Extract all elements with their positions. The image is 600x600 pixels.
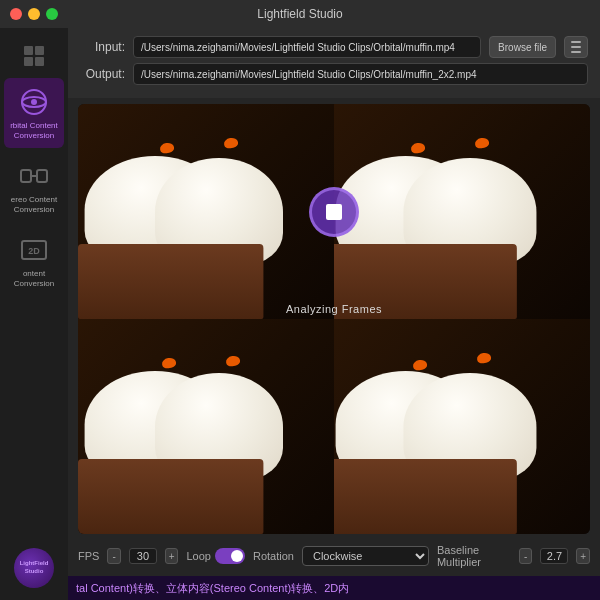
app-logo: LightFieldStudio	[14, 548, 54, 588]
stereo-icon	[18, 160, 50, 192]
rotation-label: Rotation	[253, 550, 294, 562]
orbital-label: rbital ContentConversion	[10, 121, 58, 140]
preview-area: Analyzing Frames	[78, 104, 590, 534]
input-path[interactable]	[133, 36, 481, 58]
close-button[interactable]	[10, 8, 22, 20]
svg-rect-9	[571, 46, 581, 48]
cupcake-scene-tr	[334, 104, 590, 319]
bottom-controls: FPS - 30 + Loop Rotation Clockwise Count…	[68, 538, 600, 576]
svg-text:2D: 2D	[28, 246, 40, 256]
output-row: Output:	[80, 63, 588, 85]
app-container: rbital ContentConversion ereo ContentCon…	[0, 28, 600, 600]
cupcake-scene-tl	[78, 104, 334, 319]
fps-label: FPS	[78, 550, 99, 562]
loop-toggle-wrap: Loop	[186, 548, 244, 564]
maximize-button[interactable]	[46, 8, 58, 20]
sidebar-item-grid[interactable]	[4, 38, 64, 74]
grid-icon	[24, 46, 44, 66]
title-bar: Lightfield Studio	[0, 0, 600, 28]
baseline-value: 2.7	[540, 548, 568, 564]
video-grid	[78, 104, 590, 534]
sidebar: rbital ContentConversion ereo ContentCon…	[0, 28, 68, 600]
loop-toggle[interactable]	[215, 548, 245, 564]
video-cell-tr	[334, 104, 590, 319]
io-area: Input: Browse file Output:	[68, 28, 600, 98]
cupcake-scene-bl	[78, 319, 334, 534]
svg-point-2	[31, 99, 37, 105]
cupcake-scene-br	[334, 319, 590, 534]
input-row: Input: Browse file	[80, 36, 588, 58]
svg-rect-4	[37, 170, 47, 182]
sidebar-item-orbital[interactable]: rbital ContentConversion	[4, 78, 64, 148]
orbital-icon	[18, 86, 50, 118]
analyzing-overlay: Analyzing Frames	[78, 303, 590, 319]
output-path[interactable]	[133, 63, 588, 85]
ticker-text: tal Content)转换、立体内容(Stereo Content)转换、2D…	[76, 581, 349, 596]
2d-icon: 2D	[18, 234, 50, 266]
input-options-button[interactable]	[564, 36, 588, 58]
loop-label: Loop	[186, 550, 210, 562]
baseline-plus-button[interactable]: +	[576, 548, 590, 564]
rotation-select[interactable]: Clockwise Counter-Clockwise	[302, 546, 429, 566]
baseline-minus-button[interactable]: -	[519, 548, 533, 564]
fps-value[interactable]: 30	[129, 548, 157, 564]
fps-plus-button[interactable]: +	[165, 548, 179, 564]
svg-rect-8	[571, 41, 581, 43]
sidebar-item-stereo[interactable]: ereo ContentConversion	[4, 152, 64, 222]
bottom-ticker: tal Content)转换、立体内容(Stereo Content)转换、2D…	[68, 576, 600, 600]
2d-label: ontent Conversion	[8, 269, 60, 288]
toggle-thumb	[231, 550, 243, 562]
input-label: Input:	[80, 40, 125, 54]
fps-minus-button[interactable]: -	[107, 548, 121, 564]
main-content: Input: Browse file Output:	[68, 28, 600, 600]
video-cell-br	[334, 319, 590, 534]
minimize-button[interactable]	[28, 8, 40, 20]
output-label: Output:	[80, 67, 125, 81]
browse-file-button[interactable]: Browse file	[489, 36, 556, 58]
window-controls	[10, 8, 58, 20]
analyzing-text: Analyzing Frames	[286, 303, 382, 315]
baseline-label: Baseline Multiplier	[437, 544, 511, 568]
video-cell-tl	[78, 104, 334, 319]
video-cell-bl	[78, 319, 334, 534]
stereo-label: ereo ContentConversion	[11, 195, 57, 214]
window-title: Lightfield Studio	[257, 7, 342, 21]
svg-rect-3	[21, 170, 31, 182]
sidebar-item-2d[interactable]: 2D ontent Conversion	[4, 226, 64, 296]
svg-rect-10	[571, 51, 581, 53]
